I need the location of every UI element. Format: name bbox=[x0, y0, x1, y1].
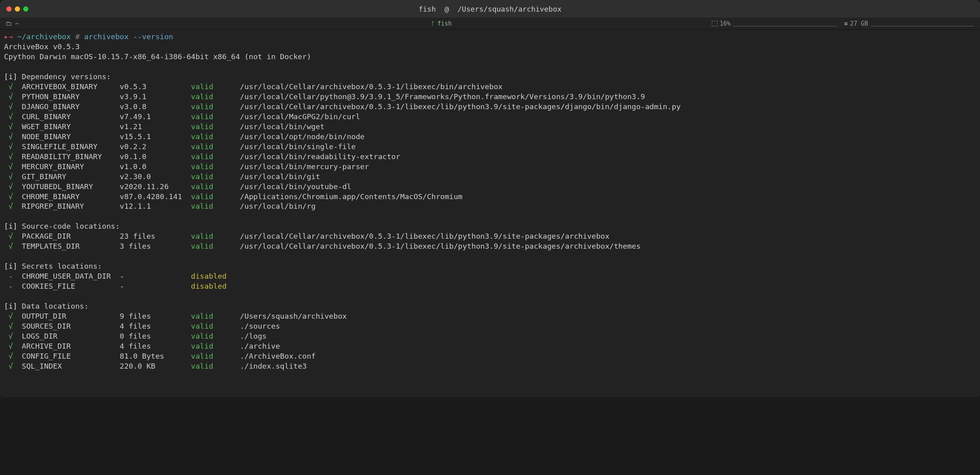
dep-version: v3.0.8 bbox=[120, 102, 191, 111]
status-right: 16% 27 GB bbox=[538, 20, 974, 27]
output-line: Cpython Darwin macOS-10.15.7-x86_64-i386… bbox=[4, 52, 976, 62]
dep-status: valid bbox=[191, 162, 240, 171]
dep-version: 9 files bbox=[120, 312, 191, 320]
status-mark-icon: √ bbox=[4, 362, 22, 370]
dep-version: - bbox=[120, 282, 191, 290]
output-line: [i] Secrets locations: bbox=[4, 261, 976, 271]
dep-status: valid bbox=[191, 332, 240, 340]
output-line bbox=[4, 212, 976, 222]
cpu-graph bbox=[733, 21, 837, 26]
dep-version: v87.0.4280.141 bbox=[120, 192, 191, 201]
dep-name: SOURCES_DIR bbox=[22, 322, 120, 330]
status-mark-icon: √ bbox=[4, 192, 22, 201]
status-mark-icon: √ bbox=[4, 352, 22, 360]
minimize-icon[interactable] bbox=[15, 6, 20, 12]
dep-version: - bbox=[120, 272, 191, 280]
dep-version: v7.49.1 bbox=[120, 112, 191, 121]
dep-status: valid bbox=[191, 102, 240, 111]
output-line: [i] Source-code locations: bbox=[4, 222, 976, 232]
titlebar[interactable]: fish @ /Users/squash/archivebox bbox=[0, 0, 980, 18]
dep-path: /Users/squash/archivebox bbox=[240, 312, 347, 320]
dep-version: v1.0.0 bbox=[120, 162, 191, 171]
dep-status: valid bbox=[191, 362, 240, 370]
dep-status: valid bbox=[191, 112, 240, 121]
output-line: ArchiveBox v0.5.3 bbox=[4, 42, 976, 52]
dep-version: 81.0 Bytes bbox=[120, 352, 191, 360]
dep-status: valid bbox=[191, 182, 240, 191]
dep-status: valid bbox=[191, 312, 240, 320]
dep-name: CHROME_BINARY bbox=[22, 192, 120, 201]
output-line bbox=[4, 62, 976, 72]
traffic-lights bbox=[6, 6, 28, 12]
dep-version: 4 files bbox=[120, 342, 191, 350]
output-line: √ TEMPLATES_DIR 3 files valid /usr/local… bbox=[4, 241, 976, 251]
output-line: √ DJANGO_BINARY v3.0.8 valid /usr/local/… bbox=[4, 102, 976, 112]
dep-status: valid bbox=[191, 82, 240, 91]
cpu-status: 16% bbox=[712, 20, 837, 27]
dep-name: LOGS_DIR bbox=[22, 332, 120, 340]
folder-icon bbox=[6, 20, 12, 27]
status-mark-icon: √ bbox=[4, 132, 22, 141]
cpu-icon bbox=[712, 21, 717, 26]
status-mark-icon: √ bbox=[4, 342, 22, 350]
dep-path: ./sources bbox=[240, 322, 280, 330]
section-title: Source-code locations: bbox=[22, 222, 120, 230]
dep-status: valid bbox=[191, 232, 240, 240]
dep-name: CHROME_USER_DATA_DIR bbox=[22, 272, 120, 280]
dep-version: 0 files bbox=[120, 332, 191, 340]
status-left: ~ bbox=[6, 20, 345, 27]
dep-version: v1.21 bbox=[120, 122, 191, 131]
output-line: √ CONFIG_FILE 81.0 Bytes valid ./Archive… bbox=[4, 351, 976, 361]
status-mark-icon: √ bbox=[4, 242, 22, 250]
close-icon[interactable] bbox=[6, 6, 12, 12]
output-line: √ READABILITY_BINARY v0.1.0 valid /usr/l… bbox=[4, 152, 976, 162]
dep-name: OUTPUT_DIR bbox=[22, 312, 120, 320]
ram-icon bbox=[844, 20, 848, 27]
status-mark-icon: √ bbox=[4, 82, 22, 91]
dep-path: /usr/local/bin/mercury-parser bbox=[240, 162, 369, 171]
dep-status: valid bbox=[191, 192, 240, 201]
output-line: √ PACKAGE_DIR 23 files valid /usr/local/… bbox=[4, 232, 976, 241]
status-center: ᚶ fish bbox=[345, 20, 538, 27]
dep-path: /usr/local/Cellar/archivebox/0.5.3-1/lib… bbox=[240, 82, 502, 91]
status-mark-icon: √ bbox=[4, 332, 22, 340]
dep-version: v0.2.2 bbox=[120, 142, 191, 151]
output-line: ▸→ ~/archivebox # archivebox --version bbox=[4, 32, 976, 42]
command-text: archivebox --version bbox=[84, 32, 173, 41]
dep-name: DJANGO_BINARY bbox=[22, 102, 120, 111]
dep-path: /usr/local/opt/node/bin/node bbox=[240, 132, 365, 141]
dep-path: /usr/local/bin/wget bbox=[240, 122, 325, 131]
dep-path: /usr/local/MacGPG2/bin/curl bbox=[240, 112, 360, 121]
output-line: √ CHROME_BINARY v87.0.4280.141 valid /Ap… bbox=[4, 192, 976, 202]
zoom-icon[interactable] bbox=[23, 6, 28, 12]
dep-status: valid bbox=[191, 152, 240, 161]
dep-version: v3.9.1 bbox=[120, 92, 191, 101]
output-line: √ SINGLEFILE_BINARY v0.2.2 valid /usr/lo… bbox=[4, 142, 976, 152]
dep-path: /usr/local/bin/single-file bbox=[240, 142, 356, 151]
section-title: Dependency versions: bbox=[22, 72, 111, 81]
dep-status: valid bbox=[191, 202, 240, 210]
dep-version: v0.5.3 bbox=[120, 82, 191, 91]
status-mark-icon: - bbox=[4, 282, 22, 290]
output-line: √ ARCHIVEBOX_BINARY v0.5.3 valid /usr/lo… bbox=[4, 82, 976, 92]
dep-name: ARCHIVE_DIR bbox=[22, 342, 120, 350]
dep-name: CONFIG_FILE bbox=[22, 352, 120, 360]
dep-version: 220.0 KB bbox=[120, 362, 191, 370]
dep-version: v2020.11.26 bbox=[120, 182, 191, 191]
info-icon: [i] bbox=[4, 72, 22, 81]
dep-name: ARCHIVEBOX_BINARY bbox=[22, 82, 120, 91]
status-mark-icon: √ bbox=[4, 182, 22, 191]
dep-status: valid bbox=[191, 172, 240, 181]
output-line: √ OUTPUT_DIR 9 files valid /Users/squash… bbox=[4, 311, 976, 321]
window-title: fish @ /Users/squash/archivebox bbox=[418, 5, 562, 13]
dep-name: TEMPLATES_DIR bbox=[22, 242, 120, 250]
dep-version: v0.1.0 bbox=[120, 152, 191, 161]
dep-path: /Applications/Chromium.app/Contents/MacO… bbox=[240, 192, 462, 201]
dep-version: 23 files bbox=[120, 232, 191, 240]
status-mark-icon: - bbox=[4, 272, 22, 280]
terminal-output[interactable]: ▸→ ~/archivebox # archivebox --versionAr… bbox=[0, 30, 980, 397]
dep-path: ./logs bbox=[240, 332, 267, 340]
status-mark-icon: √ bbox=[4, 202, 22, 210]
output-line: √ SQL_INDEX 220.0 KB valid ./index.sqlit… bbox=[4, 361, 976, 371]
output-line: [i] Dependency versions: bbox=[4, 72, 976, 82]
